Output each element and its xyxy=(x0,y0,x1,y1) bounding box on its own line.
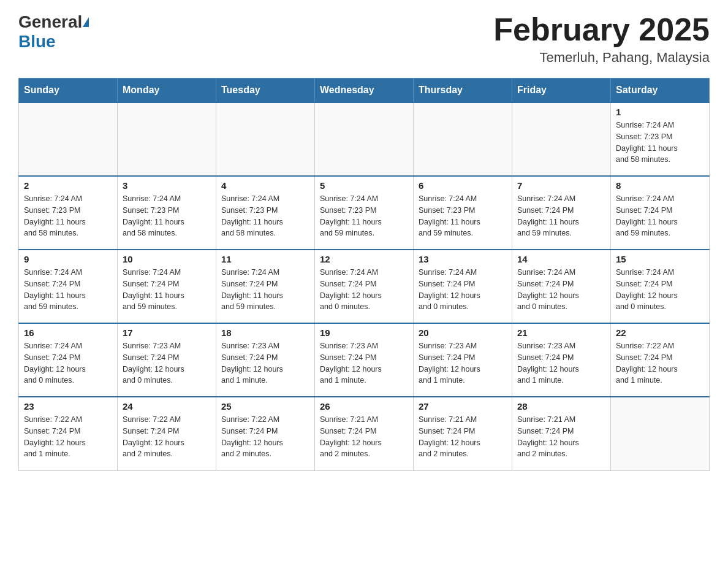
calendar-day-cell: 16Sunrise: 7:24 AM Sunset: 7:24 PM Dayli… xyxy=(19,323,118,397)
day-info: Sunrise: 7:24 AM Sunset: 7:24 PM Dayligh… xyxy=(123,267,211,313)
day-info: Sunrise: 7:23 AM Sunset: 7:24 PM Dayligh… xyxy=(221,340,309,386)
calendar-day-cell: 8Sunrise: 7:24 AM Sunset: 7:24 PM Daylig… xyxy=(611,176,710,250)
day-number: 27 xyxy=(419,401,507,412)
logo: General Blue xyxy=(18,12,89,52)
day-number: 22 xyxy=(616,327,704,338)
calendar-day-cell: 6Sunrise: 7:24 AM Sunset: 7:23 PM Daylig… xyxy=(414,176,512,250)
day-info: Sunrise: 7:24 AM Sunset: 7:24 PM Dayligh… xyxy=(616,193,704,239)
day-number: 19 xyxy=(320,327,408,338)
day-number: 4 xyxy=(221,180,309,191)
day-info: Sunrise: 7:24 AM Sunset: 7:24 PM Dayligh… xyxy=(517,267,605,313)
weekday-header-saturday: Saturday xyxy=(611,79,710,103)
day-number: 14 xyxy=(517,254,605,264)
day-number: 2 xyxy=(24,180,112,191)
day-info: Sunrise: 7:24 AM Sunset: 7:24 PM Dayligh… xyxy=(419,267,507,313)
calendar-week-row: 16Sunrise: 7:24 AM Sunset: 7:24 PM Dayli… xyxy=(19,323,710,397)
day-info: Sunrise: 7:24 AM Sunset: 7:23 PM Dayligh… xyxy=(616,120,704,166)
day-number: 24 xyxy=(123,401,211,412)
calendar-day-cell: 25Sunrise: 7:22 AM Sunset: 7:24 PM Dayli… xyxy=(216,397,315,470)
calendar-day-cell: 24Sunrise: 7:22 AM Sunset: 7:24 PM Dayli… xyxy=(118,397,216,470)
day-info: Sunrise: 7:22 AM Sunset: 7:24 PM Dayligh… xyxy=(123,414,211,460)
calendar-day-cell: 5Sunrise: 7:24 AM Sunset: 7:23 PM Daylig… xyxy=(315,176,414,250)
day-info: Sunrise: 7:21 AM Sunset: 7:24 PM Dayligh… xyxy=(419,414,507,460)
day-number: 7 xyxy=(517,180,605,191)
calendar-day-cell xyxy=(216,102,315,176)
weekday-header-friday: Friday xyxy=(512,79,611,103)
calendar-day-cell: 27Sunrise: 7:21 AM Sunset: 7:24 PM Dayli… xyxy=(414,397,512,470)
calendar-day-cell: 22Sunrise: 7:22 AM Sunset: 7:24 PM Dayli… xyxy=(611,323,710,397)
calendar-body: 1Sunrise: 7:24 AM Sunset: 7:23 PM Daylig… xyxy=(19,102,710,470)
day-number: 11 xyxy=(221,254,309,264)
day-info: Sunrise: 7:24 AM Sunset: 7:24 PM Dayligh… xyxy=(616,267,704,313)
day-number: 21 xyxy=(517,327,605,338)
calendar-day-cell: 21Sunrise: 7:23 AM Sunset: 7:24 PM Dayli… xyxy=(512,323,611,397)
day-info: Sunrise: 7:21 AM Sunset: 7:24 PM Dayligh… xyxy=(320,414,408,460)
calendar-day-cell: 9Sunrise: 7:24 AM Sunset: 7:24 PM Daylig… xyxy=(19,250,118,323)
day-info: Sunrise: 7:24 AM Sunset: 7:24 PM Dayligh… xyxy=(517,193,605,239)
page-title: February 2025 xyxy=(493,12,710,47)
day-number: 25 xyxy=(221,401,309,412)
day-number: 1 xyxy=(616,107,704,117)
day-info: Sunrise: 7:24 AM Sunset: 7:23 PM Dayligh… xyxy=(24,193,112,239)
day-info: Sunrise: 7:24 AM Sunset: 7:24 PM Dayligh… xyxy=(221,267,309,313)
calendar-week-row: 9Sunrise: 7:24 AM Sunset: 7:24 PM Daylig… xyxy=(19,250,710,323)
day-number: 10 xyxy=(123,254,211,264)
day-number: 23 xyxy=(24,401,112,412)
page-header: General Blue February 2025 Temerluh, Pah… xyxy=(18,12,710,66)
calendar-week-row: 1Sunrise: 7:24 AM Sunset: 7:23 PM Daylig… xyxy=(19,102,710,176)
day-info: Sunrise: 7:21 AM Sunset: 7:24 PM Dayligh… xyxy=(517,414,605,460)
logo-blue-text: Blue xyxy=(18,32,56,52)
day-number: 12 xyxy=(320,254,408,264)
day-info: Sunrise: 7:24 AM Sunset: 7:24 PM Dayligh… xyxy=(24,340,112,386)
calendar-day-cell: 15Sunrise: 7:24 AM Sunset: 7:24 PM Dayli… xyxy=(611,250,710,323)
calendar-day-cell: 14Sunrise: 7:24 AM Sunset: 7:24 PM Dayli… xyxy=(512,250,611,323)
calendar-day-cell: 3Sunrise: 7:24 AM Sunset: 7:23 PM Daylig… xyxy=(118,176,216,250)
day-info: Sunrise: 7:22 AM Sunset: 7:24 PM Dayligh… xyxy=(24,414,112,460)
calendar-day-cell: 17Sunrise: 7:23 AM Sunset: 7:24 PM Dayli… xyxy=(118,323,216,397)
logo-triangle-icon xyxy=(83,17,89,27)
calendar-day-cell: 23Sunrise: 7:22 AM Sunset: 7:24 PM Dayli… xyxy=(19,397,118,470)
calendar-day-cell: 4Sunrise: 7:24 AM Sunset: 7:23 PM Daylig… xyxy=(216,176,315,250)
logo-general-text: General xyxy=(18,12,82,32)
calendar-day-cell: 28Sunrise: 7:21 AM Sunset: 7:24 PM Dayli… xyxy=(512,397,611,470)
calendar-header: SundayMondayTuesdayWednesdayThursdayFrid… xyxy=(19,79,710,103)
day-info: Sunrise: 7:24 AM Sunset: 7:23 PM Dayligh… xyxy=(419,193,507,239)
calendar-day-cell: 19Sunrise: 7:23 AM Sunset: 7:24 PM Dayli… xyxy=(315,323,414,397)
calendar-week-row: 23Sunrise: 7:22 AM Sunset: 7:24 PM Dayli… xyxy=(19,397,710,470)
weekday-header-row: SundayMondayTuesdayWednesdayThursdayFrid… xyxy=(19,79,710,103)
day-number: 8 xyxy=(616,180,704,191)
day-info: Sunrise: 7:24 AM Sunset: 7:23 PM Dayligh… xyxy=(320,193,408,239)
day-number: 26 xyxy=(320,401,408,412)
calendar-day-cell: 11Sunrise: 7:24 AM Sunset: 7:24 PM Dayli… xyxy=(216,250,315,323)
weekday-header-wednesday: Wednesday xyxy=(315,79,414,103)
day-info: Sunrise: 7:23 AM Sunset: 7:24 PM Dayligh… xyxy=(320,340,408,386)
calendar-day-cell: 26Sunrise: 7:21 AM Sunset: 7:24 PM Dayli… xyxy=(315,397,414,470)
day-number: 15 xyxy=(616,254,704,264)
day-number: 5 xyxy=(320,180,408,191)
calendar-day-cell: 10Sunrise: 7:24 AM Sunset: 7:24 PM Dayli… xyxy=(118,250,216,323)
calendar-day-cell xyxy=(414,102,512,176)
day-info: Sunrise: 7:23 AM Sunset: 7:24 PM Dayligh… xyxy=(123,340,211,386)
day-info: Sunrise: 7:22 AM Sunset: 7:24 PM Dayligh… xyxy=(221,414,309,460)
calendar-day-cell: 12Sunrise: 7:24 AM Sunset: 7:24 PM Dayli… xyxy=(315,250,414,323)
calendar-table: SundayMondayTuesdayWednesdayThursdayFrid… xyxy=(18,78,710,471)
day-info: Sunrise: 7:24 AM Sunset: 7:23 PM Dayligh… xyxy=(221,193,309,239)
day-info: Sunrise: 7:24 AM Sunset: 7:24 PM Dayligh… xyxy=(320,267,408,313)
day-number: 18 xyxy=(221,327,309,338)
day-info: Sunrise: 7:24 AM Sunset: 7:24 PM Dayligh… xyxy=(24,267,112,313)
calendar-week-row: 2Sunrise: 7:24 AM Sunset: 7:23 PM Daylig… xyxy=(19,176,710,250)
calendar-day-cell: 2Sunrise: 7:24 AM Sunset: 7:23 PM Daylig… xyxy=(19,176,118,250)
calendar-day-cell xyxy=(315,102,414,176)
day-info: Sunrise: 7:23 AM Sunset: 7:24 PM Dayligh… xyxy=(419,340,507,386)
weekday-header-monday: Monday xyxy=(118,79,216,103)
calendar-day-cell xyxy=(19,102,118,176)
calendar-day-cell: 13Sunrise: 7:24 AM Sunset: 7:24 PM Dayli… xyxy=(414,250,512,323)
weekday-header-thursday: Thursday xyxy=(414,79,512,103)
day-number: 16 xyxy=(24,327,112,338)
day-number: 9 xyxy=(24,254,112,264)
day-number: 20 xyxy=(419,327,507,338)
day-info: Sunrise: 7:24 AM Sunset: 7:23 PM Dayligh… xyxy=(123,193,211,239)
calendar-day-cell: 7Sunrise: 7:24 AM Sunset: 7:24 PM Daylig… xyxy=(512,176,611,250)
calendar-day-cell xyxy=(611,397,710,470)
calendar-day-cell: 1Sunrise: 7:24 AM Sunset: 7:23 PM Daylig… xyxy=(611,102,710,176)
